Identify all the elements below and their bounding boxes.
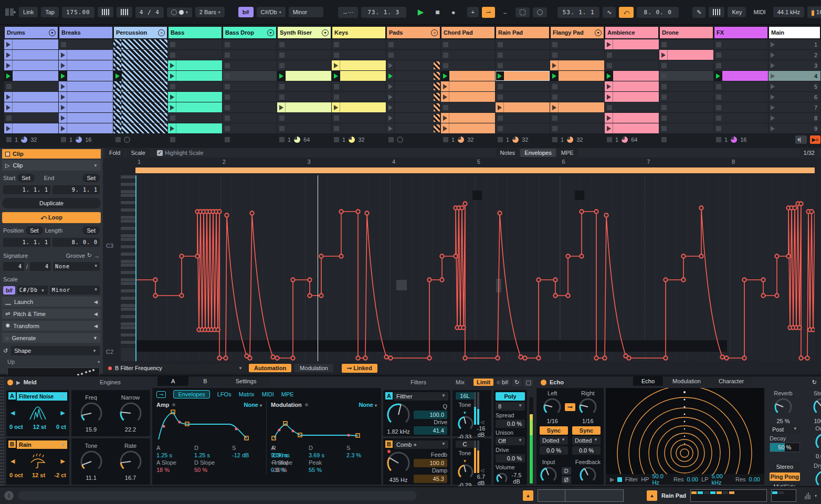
- loop-position-field[interactable]: 1. 1. 1: [3, 238, 50, 247]
- subtab-midi[interactable]: MIDI: [262, 391, 274, 397]
- back-to-arrangement-button[interactable]: ▶≡: [810, 135, 820, 144]
- clip-body[interactable]: [613, 71, 659, 81]
- time-signature-field[interactable]: 4 / 4: [135, 7, 164, 18]
- clip-body[interactable]: [449, 123, 495, 133]
- clip-slot[interactable]: [168, 50, 222, 60]
- engine-a-chip[interactable]: A: [8, 392, 16, 400]
- volume-knob[interactable]: [496, 472, 508, 485]
- follow-button[interactable]: →⋯: [338, 7, 358, 18]
- clip-slot[interactable]: [605, 81, 659, 91]
- clip-slot[interactable]: [386, 102, 440, 112]
- clip-slot[interactable]: [550, 60, 604, 70]
- clip-launch-button[interactable]: [550, 71, 559, 81]
- amp-mod-menu[interactable]: None ▾: [244, 402, 262, 408]
- clip-body[interactable]: [176, 123, 222, 133]
- mod-env-menu[interactable]: None ▾: [359, 402, 377, 408]
- clip-body[interactable]: [122, 60, 167, 70]
- set-length-button[interactable]: Set: [82, 226, 100, 235]
- mod-initial[interactable]: 0.0 %: [271, 467, 309, 473]
- scene-play-icon[interactable]: [771, 52, 775, 58]
- meld-retrigger-icon[interactable]: ↻: [512, 379, 521, 386]
- clip-slot[interactable]: [386, 60, 440, 70]
- clip-slot[interactable]: [332, 123, 386, 133]
- clip-section-header[interactable]: ▷Clip▼: [2, 160, 101, 171]
- clip-slot[interactable]: [59, 92, 113, 102]
- clip-stop-button[interactable]: [716, 105, 721, 110]
- subtab-mpe[interactable]: MPE: [281, 391, 294, 397]
- clip-slot[interactable]: [113, 123, 167, 133]
- punch-icon[interactable]: ∿: [603, 7, 616, 18]
- filter-a-freq-knob[interactable]: [386, 403, 410, 427]
- clip-body[interactable]: [613, 81, 659, 91]
- scene-play-icon[interactable]: [771, 84, 775, 89]
- clip-stop-button[interactable]: [552, 84, 557, 89]
- engine-a-ct[interactable]: 0 ct: [56, 424, 66, 430]
- track-header[interactable]: Pads≡: [386, 26, 440, 39]
- narrow-knob[interactable]: [119, 402, 142, 425]
- tab-notes[interactable]: Notes: [496, 149, 520, 157]
- clip-launch-button[interactable]: [659, 50, 668, 60]
- clip-launch-button[interactable]: [59, 123, 67, 133]
- meld-scale-icon[interactable]: b#: [500, 379, 510, 386]
- clip-overview[interactable]: [538, 489, 624, 502]
- clip-stop-button[interactable]: [170, 84, 175, 89]
- clip-body[interactable]: [67, 50, 113, 60]
- clip-stop-button[interactable]: [388, 42, 394, 47]
- shape-preset-menu[interactable]: Up▾: [7, 359, 100, 365]
- clip-slot[interactable]: [332, 39, 386, 49]
- clip-body[interactable]: [13, 71, 58, 81]
- clip-body[interactable]: [613, 113, 659, 123]
- engine-a-next-icon[interactable]: ▶: [61, 410, 65, 416]
- echo-left-sync-mode[interactable]: Dotted▼: [540, 436, 568, 445]
- clip-stop-button[interactable]: [661, 84, 667, 89]
- filter-b-damp[interactable]: 45.3: [414, 475, 447, 483]
- track-stop-button[interactable]: [443, 137, 448, 142]
- track-stop-button[interactable]: [6, 137, 12, 142]
- clip-body[interactable]: [122, 92, 167, 102]
- filter-a-type-menu[interactable]: Filther▼: [394, 392, 448, 401]
- groove-commit-icon[interactable]: ↻: [87, 252, 92, 259]
- clip-body[interactable]: [613, 123, 659, 133]
- clip-slot[interactable]: [550, 71, 604, 81]
- clip-stop-button[interactable]: [716, 126, 721, 131]
- clip-stop-button[interactable]: [279, 126, 285, 131]
- clip-slot[interactable]: [496, 113, 550, 123]
- echo-left-knob[interactable]: [543, 397, 562, 416]
- clip-slot[interactable]: [659, 50, 713, 60]
- clip-stop-button[interactable]: [498, 52, 503, 58]
- clip-body[interactable]: [13, 39, 58, 49]
- clip-launch-button[interactable]: [441, 81, 449, 91]
- clip-slot[interactable]: [659, 39, 713, 49]
- grid-interval-display[interactable]: 1/32: [799, 149, 819, 157]
- computer-midi-keyboard-button[interactable]: [709, 7, 724, 17]
- clip-launch-button[interactable]: [441, 123, 449, 133]
- clip-body[interactable]: [286, 71, 331, 81]
- clip-slot[interactable]: [386, 92, 440, 102]
- clip-stop-button[interactable]: [225, 63, 230, 68]
- meld-title[interactable]: ▶ Meld: [7, 376, 37, 388]
- filter-b-feedback[interactable]: 100.0: [414, 459, 447, 467]
- groove-extract-icon[interactable]: →: [94, 253, 100, 259]
- clip-stop-button[interactable]: [279, 42, 285, 47]
- transform-section[interactable]: ✺Transform◀: [2, 321, 101, 331]
- capture-midi-button[interactable]: [533, 7, 547, 17]
- clip-slot[interactable]: [605, 113, 659, 123]
- clip-slot[interactable]: [332, 50, 386, 60]
- highlight-scale-checkbox[interactable]: ✓: [157, 150, 163, 156]
- scene-slot-3[interactable]: 3: [769, 60, 820, 70]
- clip-launch-button[interactable]: [59, 60, 67, 70]
- clip-launch-button[interactable]: [4, 39, 13, 49]
- echo-left-offset[interactable]: 0.0 %: [540, 446, 568, 455]
- clip-launch-button[interactable]: [386, 113, 395, 123]
- amp-attack[interactable]: 1.25 s: [156, 452, 194, 458]
- modulation-mode-button[interactable]: Modulation: [294, 364, 333, 372]
- clip-stop-button[interactable]: [170, 42, 175, 47]
- track-header[interactable]: Breaks: [59, 26, 113, 39]
- limit-button[interactable]: Limit: [473, 376, 500, 388]
- clip-slot[interactable]: [441, 92, 495, 102]
- arrangement-position-field[interactable]: 73. 1. 3: [361, 7, 406, 18]
- clip-slot[interactable]: [59, 102, 113, 112]
- clip-body[interactable]: [122, 102, 167, 112]
- track-header[interactable]: Ambience: [605, 26, 659, 39]
- clip-slot[interactable]: [332, 71, 386, 81]
